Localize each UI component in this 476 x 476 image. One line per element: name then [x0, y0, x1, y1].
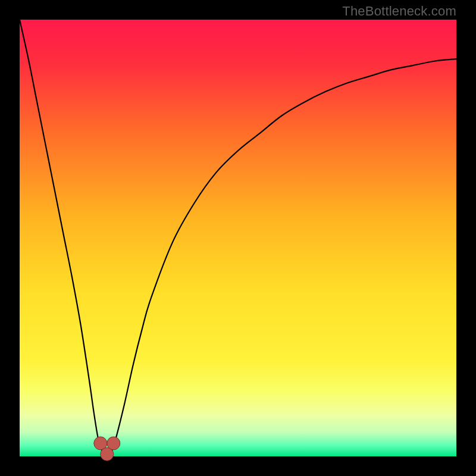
plot-area	[20, 20, 456, 456]
chart-frame: TheBottleneck.com	[0, 0, 476, 476]
min-marker	[107, 437, 120, 450]
watermark-text: TheBottleneck.com	[342, 4, 456, 19]
curve-path	[20, 20, 456, 454]
bottleneck-curve	[20, 20, 456, 456]
